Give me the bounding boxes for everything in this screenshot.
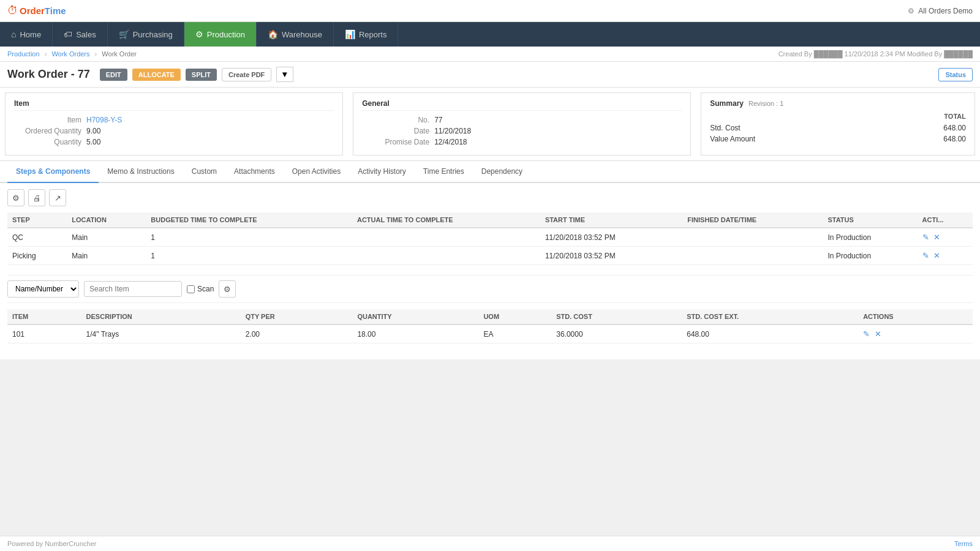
general-panel-title: General <box>362 99 682 111</box>
top-right-area: ⚙ All Orders Demo <box>908 7 973 15</box>
gear-icon[interactable]: ⚙ <box>908 7 914 15</box>
actual-1 <box>352 228 540 247</box>
date-row: Date 11/20/2018 <box>362 127 682 135</box>
gear-nav-icon: ⚙ <box>195 29 203 39</box>
all-orders-demo-label: All Orders Demo <box>918 7 973 15</box>
comp-uom-1: EA <box>478 324 551 343</box>
step-picking[interactable]: Picking <box>7 247 67 265</box>
steps-toolbar: ⚙ 🖨 ↗ <box>7 189 973 206</box>
item-panel-title: Item <box>14 99 334 111</box>
comp-item-101[interactable]: 101 <box>7 324 81 343</box>
nav-label-warehouse: Warehouse <box>282 30 322 39</box>
std-cost-label: Std. Cost <box>710 124 740 132</box>
print-icon-btn[interactable]: 🖨 <box>28 189 45 206</box>
comp-col-uom: UOM <box>478 309 551 324</box>
logo-time: Time <box>45 6 66 16</box>
breadcrumb: Production › Work Orders › Work Order Cr… <box>0 47 980 62</box>
scan-label: Scan <box>197 285 214 293</box>
tab-open-activities[interactable]: Open Activities <box>284 161 349 183</box>
comp-col-description: DESCRIPTION <box>81 309 241 324</box>
breadcrumb-production[interactable]: Production <box>7 50 40 58</box>
comp-actions-1: ✎ ✕ <box>858 324 973 343</box>
filter-dropdown[interactable]: Name/Number Description Item Number <box>7 280 79 298</box>
delete-step-icon-1[interactable]: ✕ <box>933 233 940 242</box>
scan-checkbox[interactable] <box>187 285 195 293</box>
std-cost-value: 648.00 <box>943 124 966 132</box>
components-settings-btn[interactable]: ⚙ <box>219 280 236 298</box>
split-button[interactable]: SPLIT <box>186 69 217 81</box>
delete-step-icon-2[interactable]: ✕ <box>933 251 940 260</box>
page-header-right: Status <box>938 68 973 81</box>
edit-button[interactable]: EDIT <box>100 69 127 81</box>
delete-comp-icon-1[interactable]: ✕ <box>875 329 881 339</box>
col-budgeted-time: BUDGETED TIME TO COMPLETE <box>146 212 352 228</box>
pdf-dropdown-button[interactable]: ▼ <box>276 67 293 82</box>
summary-panel: Summary Revision : 1 TOTAL Std. Cost 648… <box>701 92 975 156</box>
col-actions: ACTI... <box>918 212 973 228</box>
steps-table-header: STEP LOCATION BUDGETED TIME TO COMPLETE … <box>7 212 973 228</box>
components-table-body: 101 1/4" Trays 2.00 18.00 EA 36.0000 648… <box>7 324 973 343</box>
step-qc[interactable]: QC <box>7 228 67 247</box>
finished-1 <box>682 228 823 247</box>
quantity-row: Quantity 5.00 <box>14 138 334 146</box>
tab-steps-components[interactable]: Steps & Components <box>7 161 99 183</box>
allocate-button[interactable]: ALLOCATE <box>132 69 181 81</box>
no-label: No. <box>362 116 429 124</box>
nav-label-home: Home <box>20 30 41 39</box>
total-col-header: TOTAL <box>944 113 966 120</box>
edit-step-icon-2[interactable]: ✎ <box>922 251 929 260</box>
nav-item-reports[interactable]: 📊 Reports <box>334 22 399 47</box>
components-filter-row: Name/Number Description Item Number Scan… <box>7 275 973 303</box>
status-button[interactable]: Status <box>938 68 973 81</box>
page-title: Work Order - 77 <box>7 68 90 81</box>
promise-date-row: Promise Date 12/4/2018 <box>362 138 682 146</box>
info-panels: Item Item H7098-Y-S Ordered Quantity 9.0… <box>0 88 980 161</box>
edit-comp-icon-1[interactable]: ✎ <box>863 329 870 339</box>
quantity-label: Quantity <box>14 138 81 146</box>
search-item-input[interactable] <box>84 281 182 297</box>
export-icon-btn[interactable]: ↗ <box>49 189 66 206</box>
tab-time-entries[interactable]: Time Entries <box>415 161 473 183</box>
value-amount-row: Value Amount 648.00 <box>710 135 966 143</box>
page-header-left: Work Order - 77 EDIT ALLOCATE SPLIT Crea… <box>7 67 293 82</box>
col-finished: FINISHED DATE/TIME <box>682 212 823 228</box>
actual-2 <box>352 247 540 265</box>
nav-item-warehouse[interactable]: 🏠 Warehouse <box>257 22 334 47</box>
logo-order: Order <box>20 6 45 16</box>
breadcrumb-work-order: Work Order <box>102 50 137 58</box>
tab-dependency[interactable]: Dependency <box>473 161 531 183</box>
edit-step-icon-1[interactable]: ✎ <box>922 233 929 242</box>
summary-total-header: TOTAL <box>710 113 966 120</box>
nav-item-home[interactable]: ⌂ Home <box>0 22 53 47</box>
settings-icon-btn[interactable]: ⚙ <box>7 189 24 206</box>
tab-activity-history[interactable]: Activity History <box>349 161 415 183</box>
summary-header-row: Summary Revision : 1 <box>710 99 966 108</box>
item-row: Item H7098-Y-S <box>14 116 334 124</box>
comp-col-qty-per: QTY PER <box>241 309 353 324</box>
logo: ⏱ Order Time <box>7 4 66 17</box>
item-value[interactable]: H7098-Y-S <box>86 116 122 124</box>
reports-icon: 📊 <box>345 29 355 39</box>
tab-attachments[interactable]: Attachments <box>225 161 284 183</box>
breadcrumb-work-orders[interactable]: Work Orders <box>51 50 89 58</box>
steps-table: STEP LOCATION BUDGETED TIME TO COMPLETE … <box>7 212 973 265</box>
comp-std-cost-ext-1: 648.00 <box>682 324 858 343</box>
table-row: Picking Main 1 11/20/2018 03:52 PM In Pr… <box>7 247 973 265</box>
quantity-value: 5.00 <box>86 138 100 146</box>
nav-item-purchasing[interactable]: 🛒 Purchasing <box>108 22 184 47</box>
comp-qty-per-1: 2.00 <box>241 324 353 343</box>
components-table-header: ITEM DESCRIPTION QTY PER QUANTITY UOM ST… <box>7 309 973 324</box>
nav-item-sales[interactable]: 🏷 Sales <box>53 22 108 47</box>
tab-memo[interactable]: Memo & Instructions <box>99 161 183 183</box>
comp-col-actions: ACTIONS <box>858 309 973 324</box>
page-header: Work Order - 77 EDIT ALLOCATE SPLIT Crea… <box>0 62 980 88</box>
item-panel: Item Item H7098-Y-S Ordered Quantity 9.0… <box>5 92 343 156</box>
tabs: Steps & Components Memo & Instructions C… <box>0 161 980 183</box>
nav-item-production[interactable]: ⚙ Production <box>184 22 257 47</box>
col-location: LOCATION <box>67 212 146 228</box>
nav-label-production: Production <box>207 30 245 39</box>
create-pdf-button[interactable]: Create PDF <box>222 68 271 81</box>
date-value: 11/20/2018 <box>434 127 471 135</box>
tab-custom[interactable]: Custom <box>183 161 225 183</box>
summary-content: TOTAL Std. Cost 648.00 Value Amount 648.… <box>710 113 966 143</box>
